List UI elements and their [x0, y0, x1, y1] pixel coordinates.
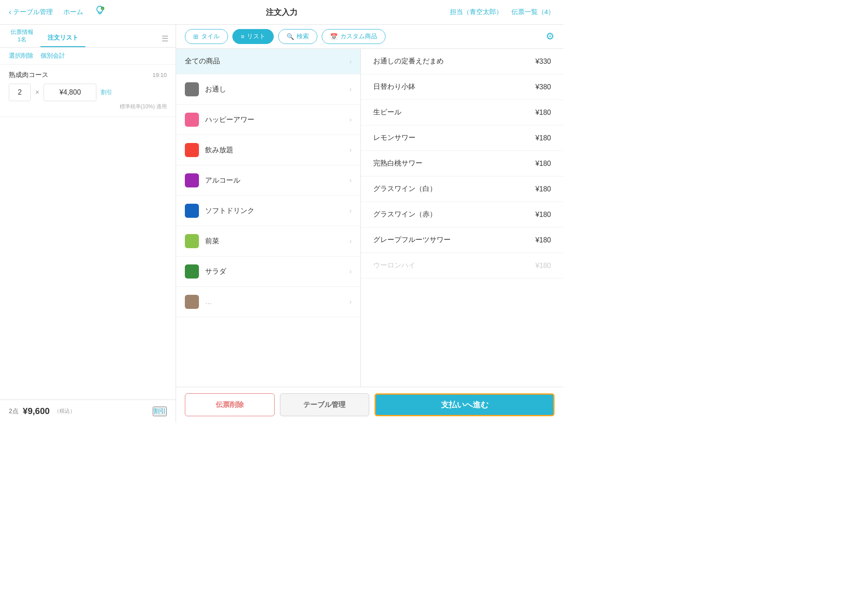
calendar-icon: 📅	[330, 33, 338, 40]
quantity-input[interactable]: 2	[9, 84, 31, 101]
list-view-button[interactable]: ≡ リスト	[232, 29, 274, 44]
nav-title: 注文入力	[185, 7, 378, 18]
search-icon: 🔍	[287, 33, 294, 40]
footer-total: ¥9,600	[23, 406, 50, 416]
table-management-button[interactable]: テーブル管理	[280, 393, 370, 416]
individual-bill-button[interactable]: 個別会計	[40, 52, 65, 60]
search-button[interactable]: 🔍 検索	[278, 29, 317, 44]
category-item[interactable]: 飲み放題 ›	[176, 135, 360, 165]
chevron-left-icon: ‹	[9, 7, 11, 17]
product-price: ¥180	[535, 211, 551, 219]
nav-back-button[interactable]: ‹ テーブル管理	[9, 7, 53, 17]
product-item[interactable]: ウーロンハイ ¥180	[361, 253, 563, 279]
price-display: ¥4,800	[44, 84, 96, 101]
category-arrow-icon: ›	[349, 207, 352, 215]
product-item[interactable]: 日替わり小鉢 ¥380	[361, 74, 563, 100]
category-color-swatch	[185, 264, 199, 279]
category-arrow-icon: ›	[349, 116, 352, 124]
pay-button[interactable]: 支払いへ進む	[375, 393, 555, 416]
product-price: ¥180	[535, 262, 551, 270]
category-item-all[interactable]: 全ての商品 ›	[176, 49, 360, 74]
product-item[interactable]: 完熟白桃サワー ¥180	[361, 151, 563, 176]
sidebar-footer: 2点 ¥9,600 （税込） 割引	[0, 400, 176, 422]
category-color-swatch	[185, 113, 199, 127]
product-item[interactable]: レモンサワー ¥180	[361, 125, 563, 151]
product-item[interactable]: グレープフルーツサワー ¥180	[361, 227, 563, 253]
main-layout: 伝票情報 1名 注文リスト ☰ 選択削除 個別会計 熟成肉コース 19:10 2…	[0, 25, 563, 422]
top-nav: ‹ テーブル管理 ホーム ✓ 注文入力 担当（青空太郎） 伝票一覧（4）	[0, 0, 563, 25]
order-item: 熟成肉コース 19:10 2 × ¥4,800 割引 標準税率(10%) 適用	[0, 65, 176, 117]
right-toolbar: ⊞ タイル ≡ リスト 🔍 検索 📅 カスタム商品 ⚙	[176, 25, 563, 49]
product-item[interactable]: グラスワイン（赤） ¥180	[361, 202, 563, 227]
list-icon: ≡	[241, 33, 244, 40]
category-item[interactable]: ハッピーアワー ›	[176, 105, 360, 135]
category-color-swatch	[185, 143, 199, 157]
category-item[interactable]: … ›	[176, 287, 360, 317]
nav-staff-label[interactable]: 担当（青空太郎）	[450, 8, 503, 16]
sidebar-menu-icon[interactable]: ☰	[162, 34, 169, 47]
sidebar: 伝票情報 1名 注文リスト ☰ 選択削除 個別会計 熟成肉コース 19:10 2…	[0, 25, 176, 422]
category-name: 前菜	[205, 237, 343, 246]
nav-right: 担当（青空太郎） 伝票一覧（4）	[378, 8, 555, 16]
sidebar-actions: 選択削除 個別会計	[0, 48, 176, 65]
product-price: ¥180	[535, 185, 551, 193]
category-name: アルコール	[205, 176, 343, 185]
category-all-label: 全ての商品	[185, 57, 343, 66]
product-name: 日替わり小鉢	[373, 82, 415, 92]
delete-invoice-button[interactable]: 伝票削除	[185, 393, 275, 416]
category-arrow-icon: ›	[349, 85, 352, 93]
category-name: ソフトドリンク	[205, 206, 343, 216]
product-area: 全ての商品 › お通し › ハッピーアワー › 飲み放題 ›	[176, 49, 563, 387]
bottom-actions: 伝票削除 テーブル管理 支払いへ進む	[176, 387, 563, 422]
product-name: ウーロンハイ	[373, 261, 415, 270]
category-arrow-icon: ›	[349, 268, 352, 275]
product-name: グレープフルーツサワー	[373, 235, 451, 245]
item-discount-button[interactable]: 割引	[101, 88, 112, 96]
order-item-name: 熟成肉コース	[9, 71, 48, 79]
category-item[interactable]: アルコール ›	[176, 165, 360, 196]
category-list: 全ての商品 › お通し › ハッピーアワー › 飲み放題 ›	[176, 49, 361, 387]
category-color-swatch	[185, 234, 199, 248]
product-item[interactable]: グラスワイン（白） ¥180	[361, 176, 563, 202]
product-price: ¥380	[535, 83, 551, 91]
category-arrow-icon: ›	[349, 146, 352, 154]
nav-back-label: テーブル管理	[13, 8, 53, 16]
category-item[interactable]: 前菜 ›	[176, 226, 360, 257]
category-name: サラダ	[205, 267, 343, 276]
product-item[interactable]: お通しの定番えだまめ ¥330	[361, 49, 563, 74]
total-discount-button[interactable]: 割引	[153, 407, 167, 416]
custom-product-button[interactable]: 📅 カスタム商品	[322, 29, 386, 44]
select-delete-button[interactable]: 選択削除	[9, 52, 33, 60]
category-arrow-icon: ›	[349, 298, 352, 306]
category-arrow-icon: ›	[349, 176, 352, 184]
category-item[interactable]: サラダ ›	[176, 257, 360, 287]
order-item-header: 熟成肉コース 19:10	[9, 71, 167, 79]
nav-receipt-label[interactable]: 伝票一覧（4）	[511, 8, 555, 16]
category-item[interactable]: お通し ›	[176, 74, 360, 105]
order-item-time: 19:10	[152, 72, 167, 78]
nav-home-button[interactable]: ホーム	[63, 8, 83, 16]
tab-order-list[interactable]: 注文リスト	[40, 29, 85, 47]
nav-notification-icon[interactable]: ✓	[94, 5, 106, 20]
product-price: ¥330	[535, 58, 551, 66]
tab-invoice-info[interactable]: 伝票情報 1名	[7, 26, 37, 47]
settings-icon[interactable]: ⚙	[546, 31, 555, 42]
category-color-swatch	[185, 82, 199, 96]
sidebar-tabs: 伝票情報 1名 注文リスト ☰	[0, 25, 176, 48]
product-name: グラスワイン（赤）	[373, 210, 437, 219]
order-item-controls: 2 × ¥4,800 割引	[9, 84, 167, 101]
product-name: グラスワイン（白）	[373, 184, 437, 194]
tile-view-button[interactable]: ⊞ タイル	[185, 29, 228, 44]
category-name: …	[205, 298, 343, 306]
product-name: 生ビール	[373, 108, 401, 117]
product-name: 完熟白桃サワー	[373, 159, 422, 168]
right-content: ⊞ タイル ≡ リスト 🔍 検索 📅 カスタム商品 ⚙	[176, 25, 563, 422]
category-item[interactable]: ソフトドリンク ›	[176, 196, 360, 226]
product-item[interactable]: 生ビール ¥180	[361, 100, 563, 125]
category-name: 飲み放題	[205, 146, 343, 155]
footer-count: 2点	[9, 407, 18, 415]
category-arrow-icon: ›	[349, 58, 352, 66]
svg-text:✓: ✓	[101, 7, 103, 10]
category-name: お通し	[205, 85, 343, 94]
category-color-swatch	[185, 204, 199, 218]
